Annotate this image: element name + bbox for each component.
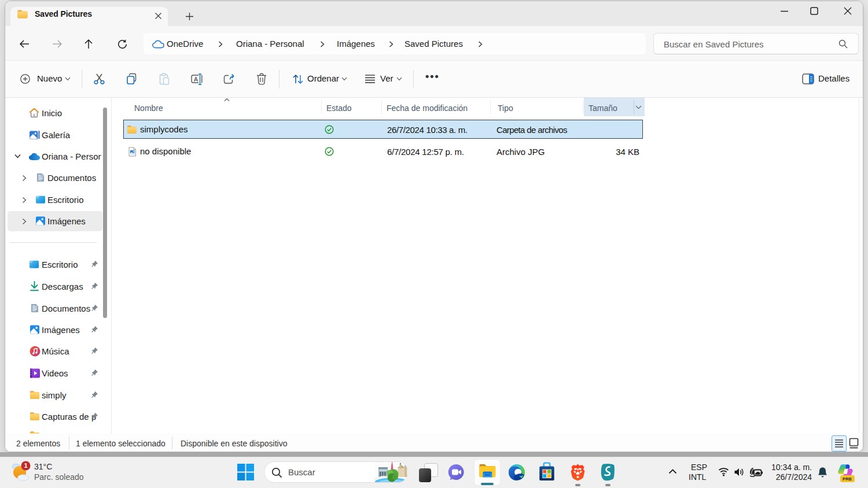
svg-text:A: A <box>194 76 198 83</box>
svg-text:1: 1 <box>24 462 27 469</box>
